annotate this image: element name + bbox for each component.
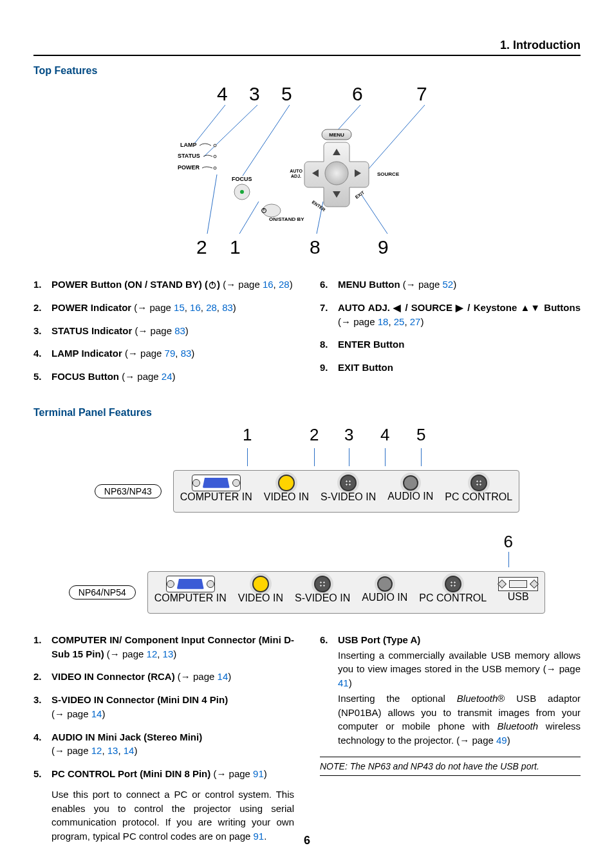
page-link[interactable]: 52 [443,279,454,290]
svg-line-6 [239,202,259,234]
svg-text:SOURCE: SOURCE [377,171,400,177]
callout-5: 5 [281,83,292,105]
page-link[interactable]: 25 [394,316,405,327]
page-link[interactable]: 16 [263,279,274,290]
top-features-left-col: 1.POWER Button (ON / STAND BY) () (→ pag… [33,278,294,393]
svg-line-5 [207,175,217,234]
list-item: 7.AUTO ADJ. ◀ / SOURCE ▶ / Keystone ▲▼ B… [320,301,581,329]
list-item: 5.PC CONTROL Port (Mini DIN 8 Pin) (→ pa… [33,767,294,844]
callout-4: 4 [217,83,228,105]
svg-text:FOCUS: FOCUS [232,176,252,182]
page-link[interactable]: 28 [279,279,290,290]
top-controls-svg: LAMP STATUS POWER FOCUS ON/STAND BY MENU [156,105,458,234]
page-link[interactable]: 13 [163,648,174,659]
top-features-right-col: 6.MENU Button (→ page 52)7.AUTO ADJ. ◀ /… [320,278,581,393]
term-callout-2: 2 [310,425,319,445]
term-callout-5: 5 [416,425,425,445]
term-item-6: 6. USB Port (Type A) Inserting a commerc… [320,633,581,748]
svg-point-14 [214,167,216,169]
list-item: 9.EXIT Button [320,361,581,375]
svg-line-1 [204,105,257,156]
svg-line-2 [243,105,290,176]
model-chip-b: NP64/NP54 [69,585,136,599]
section-title-terminal: Terminal Panel Features [33,407,581,419]
page-link[interactable]: 14 [124,745,135,756]
page-link[interactable]: 12 [91,745,102,756]
page-link[interactable]: 18 [378,316,389,327]
callout-7: 7 [416,83,427,105]
model-chip-a: NP63/NP43 [95,484,162,498]
list-item: 4.LAMP Indicator (→ page 79, 83) [33,346,294,361]
terminal-right-col: 6. USB Port (Type A) Inserting a commerc… [320,633,581,853]
page-link[interactable]: 14 [91,708,102,719]
terminal-panel-diagram: 1 2 3 4 5 NP63/NP43 COMPUTER IN VIDEO IN… [33,425,581,614]
svg-point-12 [214,155,216,158]
top-features-diagram: 4 3 5 6 7 LAMP STATUS POWER [33,83,581,262]
callout-2: 2 [196,236,207,258]
svg-point-28 [325,162,348,185]
term-callout-4: 4 [380,425,389,445]
svg-text:LAMP: LAMP [180,142,197,148]
callout-3: 3 [249,83,260,105]
svg-line-3 [336,105,360,132]
list-item: 6.MENU Button (→ page 52) [320,278,581,292]
callout-8: 8 [310,236,321,258]
page-link[interactable]: 12 [147,648,158,659]
svg-text:POWER: POWER [178,164,200,171]
callout-9: 9 [378,236,389,258]
page-link[interactable]: 14 [218,671,228,682]
svg-text:AUTO: AUTO [290,169,302,173]
svg-text:MENU: MENU [329,132,344,138]
callout-1: 1 [230,236,241,258]
page-link[interactable]: 91 [253,768,264,779]
list-item: 8.ENTER Button [320,337,581,352]
svg-line-0 [194,105,225,144]
svg-point-17 [240,190,244,194]
svg-text:STATUS: STATUS [178,153,200,159]
page-link[interactable]: 28 [206,302,217,313]
page-link[interactable]: 83 [181,348,192,359]
page-link[interactable]: 24 [162,371,172,382]
panel-a: COMPUTER IN VIDEO IN S-VIDEO IN AUDIO IN… [173,470,520,513]
list-item: 5.FOCUS Button (→ page 24) [33,370,294,384]
list-item: 1.COMPUTER IN/ Component Input Connector… [33,633,294,661]
svg-line-8 [362,195,387,234]
page-link[interactable]: 16 [190,302,201,313]
page-number: 6 [0,834,614,847]
page-link[interactable]: 83 [222,302,233,313]
terminal-left-col: 1.COMPUTER IN/ Component Input Connector… [33,633,294,853]
page-link[interactable]: 27 [410,316,421,327]
chapter-header: 1. Introduction [33,39,581,56]
list-item: 2.VIDEO IN Connector (RCA) (→ page 14) [33,670,294,684]
svg-text:ON/STAND BY: ON/STAND BY [269,216,304,222]
list-item: 3.STATUS Indicator (→ page 83) [33,324,294,338]
list-item: 3.S-VIDEO IN Connector (Mini DIN 4 Pin)(… [33,693,294,721]
note: NOTE: The NP63 and NP43 do not have the … [320,757,581,776]
panel-b: COMPUTER IN VIDEO IN S-VIDEO IN AUDIO IN… [147,571,546,614]
page-link[interactable]: 83 [174,325,185,336]
callout-6: 6 [352,83,363,105]
svg-line-4 [368,105,425,169]
page-link[interactable]: 13 [107,745,118,756]
svg-point-10 [214,144,216,147]
section-title-top: Top Features [33,65,581,77]
term-callout-6: 6 [504,532,513,552]
svg-text:ADJ.: ADJ. [291,174,301,178]
page-link[interactable]: 15 [174,302,185,313]
svg-point-18 [263,204,281,217]
page-link[interactable]: 41 [338,677,349,688]
term-callout-3: 3 [344,425,353,445]
list-item: 4.AUDIO IN Mini Jack (Stereo Mini)(→ pag… [33,730,294,759]
page-link[interactable]: 49 [496,735,507,746]
list-item: 2.POWER Indicator (→ page 15, 16, 28, 83… [33,301,294,315]
term-callout-1: 1 [243,425,252,445]
page-link[interactable]: 79 [165,348,176,359]
list-item: 1.POWER Button (ON / STAND BY) () (→ pag… [33,278,294,292]
